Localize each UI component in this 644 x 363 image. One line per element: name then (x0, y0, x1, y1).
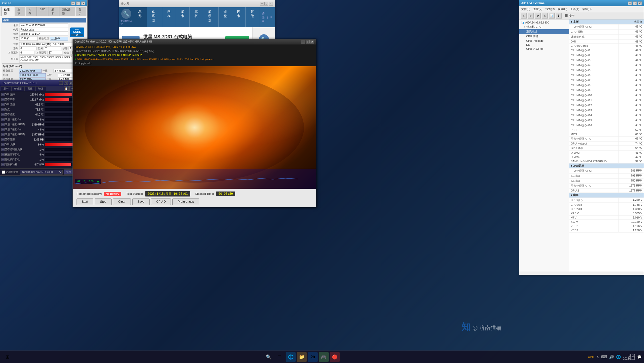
gpuz-sensor-dropdown-0[interactable]: ▼ (1, 93, 5, 96)
furmark-save-button[interactable]: Save (132, 198, 150, 205)
gpuz-sensor-dropdown-12[interactable]: ▼ (1, 153, 5, 156)
luda-download-btn[interactable]: ↓ (267, 15, 268, 19)
taskbar-app-gpu-apps[interactable]: 🎮 (319, 352, 329, 362)
taskbar-speaker-icon[interactable]: 🔊 (609, 354, 614, 359)
aida-home-button[interactable]: ⌂ (542, 13, 548, 18)
aida-tree-dmi[interactable]: DMI (519, 43, 569, 47)
furmark-cpuid-button[interactable]: CPUID (151, 198, 171, 205)
furmark-clear-button[interactable]: Clear (113, 198, 131, 205)
aida-tree-cpupackage[interactable]: CPU Package (519, 39, 569, 43)
aida-menu-tools[interactable]: 工具(T) (570, 7, 579, 12)
cpuz-maximize-button[interactable]: □ (76, 2, 80, 5)
cpuz-tab-processor[interactable]: 处理器 (1, 7, 14, 16)
taskbar-chevron-icon[interactable]: ∧ (596, 354, 599, 359)
gpuz-sensor-dropdown-5[interactable]: ▼ (1, 118, 5, 121)
luda-minimize-button[interactable]: ─ (260, 2, 264, 6)
gpuz-sensor-dropdown-7[interactable]: ▼ (1, 128, 5, 131)
gpuz-sensor-dropdown-4[interactable]: ▼ (1, 113, 5, 116)
cpuz-tab-display[interactable]: 显卡 (49, 7, 59, 16)
gpuz-sensor-dropdown-14[interactable]: ▼ (1, 163, 5, 166)
gpuz-sensor-dropdown-1[interactable]: ▼ (1, 98, 5, 101)
taskbar-app-taskview[interactable]: □ (275, 352, 285, 362)
luda-nav-overview[interactable]: 总览 (133, 7, 147, 27)
taskbar-notification-icon[interactable]: 💬 (637, 355, 641, 359)
luda-nav-network[interactable]: 网卡 (232, 7, 246, 27)
gpuz-tab-advanced[interactable]: 高级 (25, 86, 35, 91)
aida-tree-root[interactable]: 📊 AIDA64 v6.85.6300 (519, 20, 569, 24)
aida-menu-report[interactable]: 报告(R) (545, 7, 555, 12)
cpuz-tab-spd[interactable]: SPD (37, 7, 48, 16)
furmark-minimize-button[interactable]: ─ (301, 40, 305, 44)
furmark-stop-button[interactable]: Stop (95, 198, 112, 205)
gpuz-sensor-dropdown-3[interactable]: ▼ (1, 108, 5, 111)
gpuz-sensor-dropdown-11[interactable]: ▼ (1, 148, 5, 151)
cpuz-minimize-button[interactable]: ─ (71, 2, 75, 5)
luda-nav-gpu[interactable]: 显卡 (176, 7, 190, 27)
gpuz-device-select[interactable]: NVIDIA GeForce RTX 4090 (20, 170, 63, 174)
taskbar-app-search[interactable]: 🔍 (264, 352, 274, 362)
furmark-preferences-button[interactable]: Preferences (172, 198, 199, 205)
aida-back-button[interactable]: ◁ (521, 13, 527, 18)
luda-nav-mainboard[interactable]: 主板 (190, 7, 203, 27)
luda-menu-btn[interactable]: ≡ (270, 15, 272, 19)
gpuz-close-button-bottom[interactable]: 关闭 (64, 170, 73, 174)
luda-maximize-button[interactable]: □ (264, 2, 268, 6)
taskbar-app-files[interactable]: 📁 (297, 352, 307, 362)
gpuz-sensor-dropdown-9[interactable]: ▼ (1, 138, 5, 141)
luda-nav-storage[interactable]: 硬盘 (219, 7, 232, 27)
taskbar-app-edge[interactable]: 🌐 (286, 352, 296, 362)
aida-menu-file[interactable]: 文件(F) (521, 7, 530, 12)
luda-nav-display[interactable]: 显示器 (203, 7, 218, 27)
cpuz-tab-bench[interactable]: 测试分数 (60, 7, 75, 16)
aida-tree-cpu-ia-cores[interactable]: CPU IA Cores (519, 47, 569, 51)
taskbar-app-store[interactable]: 🛍 (308, 352, 318, 362)
furmark-maximize-button[interactable]: □ (306, 40, 310, 44)
aida-tree-cpusocket[interactable]: CPU 插槽 (519, 34, 569, 39)
aida-sensor-button[interactable]: 🌡 (556, 13, 562, 18)
aida-close-button[interactable]: ✕ (638, 2, 642, 5)
aida-tree-cpu[interactable]: ▼ 计算机(CPU) (519, 24, 569, 29)
gpuz-minimize-button[interactable]: ─ (59, 81, 63, 85)
aida-refresh-button[interactable]: ↻ (535, 13, 541, 18)
gpuz-sensor-value-4: 64.0 °C (27, 113, 45, 116)
gpuz-sensor-dropdown-13[interactable]: ▼ (1, 158, 5, 161)
cpuz-tab-mainboard[interactable]: 主板 (15, 7, 25, 16)
cpuz-tab-memory[interactable]: 内存 (26, 7, 36, 16)
gpuz-record-checkbox[interactable] (2, 170, 5, 174)
aida-menu-help[interactable]: 帮助(H) (582, 7, 591, 12)
aida-chart-button[interactable]: 📊 (549, 13, 555, 18)
gpuz-sensor-dropdown-10[interactable]: ▼ (1, 143, 5, 146)
taskbar-network-icon[interactable]: 🌐 (616, 354, 621, 359)
cpuz-cpu-name: Intel Core i7 13700KF (19, 24, 68, 27)
aida-tree-sysoverview[interactable]: 系统概述 (519, 29, 569, 34)
gpuz-sensor-dropdown-6[interactable]: ▼ (1, 123, 5, 126)
luda-nav-memory[interactable]: 内存 (162, 7, 176, 27)
aida-menu-favorites[interactable]: 收藏(O) (558, 7, 567, 12)
gpuz-sensor-bar-fill-10 (45, 143, 73, 146)
taskbar-clock[interactable]: 19:26 2023/1/15 (623, 354, 635, 360)
gpuz-tab-sensors[interactable]: 传感器 (12, 86, 25, 91)
gpuz-tab-validate[interactable]: 验证 (36, 86, 46, 91)
cpuz-close-button[interactable]: ✕ (81, 2, 85, 5)
gpuz-sensor-dropdown-2[interactable]: ▼ (1, 103, 5, 106)
gpuz-maximize-button[interactable]: □ (64, 81, 68, 85)
luda-nav-cpu[interactable]: 处理器 (147, 7, 162, 27)
aida-minimize-button[interactable]: ─ (628, 2, 632, 5)
aida-forward-button[interactable]: ▷ (528, 13, 534, 18)
luda-close-button[interactable]: ✕ (269, 2, 273, 6)
aida-menu-view[interactable]: 查看(V) (533, 7, 542, 12)
gpuz-tab-card[interactable]: 显卡 (1, 86, 11, 91)
taskbar-keyboard-icon[interactable]: ⌨ (601, 354, 607, 359)
cpuz-tab-about[interactable]: 关于 (76, 7, 86, 16)
taskbar-app-red[interactable]: 🔴 (330, 352, 340, 362)
furmark-close-button[interactable]: ✕ (310, 40, 314, 44)
gpuz-close-button[interactable]: ✕ (69, 81, 73, 85)
luda-nav-other[interactable]: 其他 (246, 7, 259, 27)
aida-sensor-row-18: CPU #1/核心 #13 45 °C (569, 108, 644, 113)
aida-maximize-button[interactable]: □ (633, 2, 637, 5)
gpuz-copy-button[interactable]: 📋 (64, 86, 69, 91)
gpuz-sensor-dropdown-8[interactable]: ▼ (1, 133, 5, 136)
luda-login-btn[interactable]: 请登录 (262, 12, 265, 23)
taskbar-start-button[interactable]: ⊞ (3, 352, 13, 362)
furmark-start-button[interactable]: Start (77, 198, 93, 205)
